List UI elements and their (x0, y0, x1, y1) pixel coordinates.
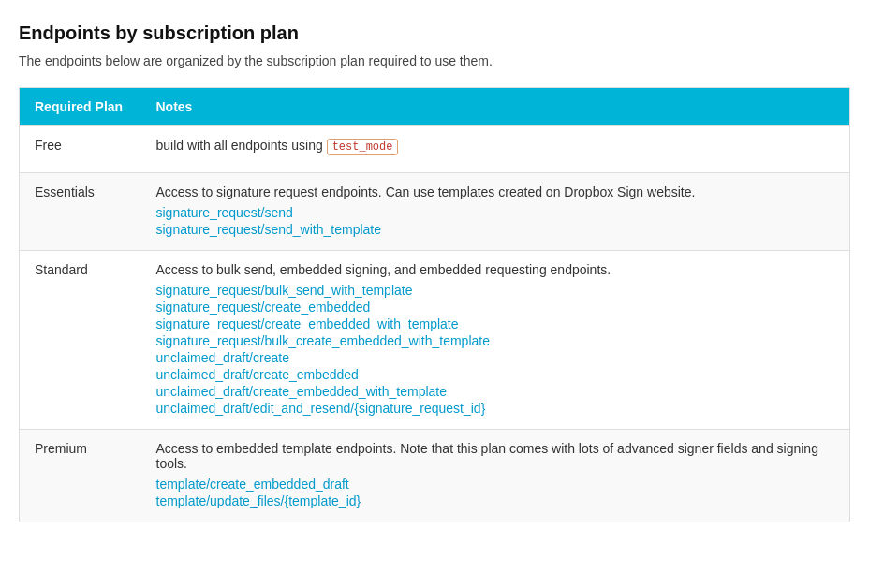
table-row: PremiumAccess to embedded template endpo… (20, 430, 850, 522)
table-row: EssentialsAccess to signature request en… (20, 173, 850, 251)
note-text: Access to signature request endpoints. C… (156, 184, 835, 199)
note-text: Access to embedded template endpoints. N… (156, 441, 835, 471)
endpoint-link[interactable]: signature_request/bulk_create_embedded_w… (156, 333, 835, 348)
notes-cell: Access to embedded template endpoints. N… (141, 430, 850, 522)
notes-cell: Access to bulk send, embedded signing, a… (141, 251, 850, 430)
notes-cell: Access to signature request endpoints. C… (141, 173, 850, 251)
endpoints-table: Required Plan Notes Freebuild with all e… (19, 87, 850, 522)
code-badge: test_mode (327, 139, 399, 155)
note-text: Access to bulk send, embedded signing, a… (156, 262, 835, 277)
endpoint-link[interactable]: template/update_files/{template_id} (156, 493, 835, 508)
endpoint-link[interactable]: signature_request/create_embedded_with_t… (156, 316, 835, 331)
endpoint-link[interactable]: unclaimed_draft/create (156, 350, 835, 365)
plan-cell: Essentials (20, 173, 141, 251)
endpoint-link[interactable]: signature_request/send (156, 205, 835, 220)
table-row: Freebuild with all endpoints using test_… (20, 126, 850, 173)
endpoint-link[interactable]: unclaimed_draft/create_embedded_with_tem… (156, 384, 835, 399)
page-description: The endpoints below are organized by the… (19, 53, 850, 68)
col-header-plan: Required Plan (20, 88, 141, 126)
endpoint-link[interactable]: signature_request/send_with_template (156, 222, 835, 237)
endpoint-link[interactable]: unclaimed_draft/edit_and_resend/{signatu… (156, 401, 835, 416)
page-title: Endpoints by subscription plan (19, 22, 850, 44)
endpoint-link[interactable]: signature_request/create_embedded (156, 300, 835, 315)
endpoint-link[interactable]: unclaimed_draft/create_embedded (156, 367, 835, 382)
endpoint-link[interactable]: signature_request/bulk_send_with_templat… (156, 283, 835, 298)
endpoint-link[interactable]: template/create_embedded_draft (156, 477, 835, 492)
note-text: build with all endpoints using test_mode (156, 138, 835, 155)
col-header-notes: Notes (141, 88, 850, 126)
plan-cell: Standard (20, 251, 141, 430)
notes-cell: build with all endpoints using test_mode (141, 126, 850, 173)
plan-cell: Premium (20, 430, 141, 522)
table-row: StandardAccess to bulk send, embedded si… (20, 251, 850, 430)
plan-cell: Free (20, 126, 141, 173)
